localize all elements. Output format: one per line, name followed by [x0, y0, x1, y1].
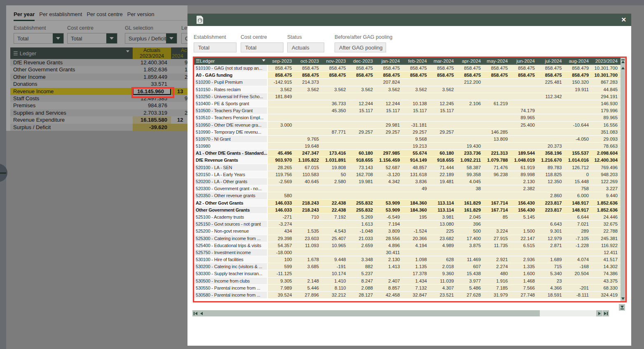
cell: 11.093 — [295, 242, 322, 249]
cell: 61.919 — [511, 164, 538, 171]
row-label: 530580 - Parental income from ... — [194, 292, 268, 299]
table-row[interactable]: 510200 - Pupil Premium-142.915214.373207… — [194, 79, 621, 86]
cell — [457, 136, 484, 143]
scroll-bottom-button[interactable] — [619, 304, 625, 311]
cell — [430, 143, 457, 150]
table-row[interactable]: 520200 - LA - Other grants-2.56940.6452.… — [194, 178, 621, 185]
table-row[interactable]: 510510 - Teachers Pension Empl...89.9658… — [194, 114, 621, 121]
vertical-scrollbar[interactable] — [621, 58, 625, 301]
close-icon[interactable]: ✕ — [621, 16, 626, 24]
table-row[interactable]: A1 - Other DfE Grants - Standard...45.49… — [194, 150, 621, 157]
cell — [538, 107, 565, 114]
table-row[interactable]: 530300 - Supply teacher insuran...-11.12… — [194, 270, 621, 277]
column-header-feb-2024: feb-2024 — [403, 58, 430, 65]
cell: -1.048 — [349, 228, 376, 235]
horizontal-scroll-thumb[interactable] — [192, 310, 540, 316]
table-row[interactable]: 520300 - Government grant - no...49382.3… — [194, 185, 621, 192]
scroll-far-left-button[interactable] — [194, 310, 197, 316]
row-label: 530300 - Supply teacher insuran... — [194, 270, 268, 277]
cell: 599 — [268, 263, 295, 270]
table-row[interactable]: 520350 - Other revenue grants5802.8606.0… — [194, 192, 621, 199]
table-row[interactable]: A0 - GAG funding858.475858.475858.475858… — [194, 72, 621, 79]
horizontal-scrollbar[interactable] — [192, 310, 609, 316]
table-row[interactable]: 530200 - Catering inc (visitors & ...599… — [194, 263, 621, 270]
cell: 4.194 — [403, 242, 430, 249]
table-row[interactable]: DfE Revenue Grants903.9701.105.8221.031.… — [194, 157, 621, 164]
table-row[interactable]: 510970 - NI Grant9.7659.56813.809-4.0502… — [194, 136, 621, 143]
cell: 1.613 — [349, 221, 376, 228]
cell: 218.243 — [295, 207, 322, 214]
scroll-down-button[interactable] — [621, 296, 625, 301]
cell — [457, 122, 484, 129]
row-label: 510400 - PE & Sports grant — [194, 100, 268, 107]
cell — [538, 86, 565, 93]
table-row[interactable]: 510250 - Universal Inf Free Scho...181.8… — [194, 93, 621, 100]
cell: 858.475 — [430, 65, 457, 72]
table-row[interactable]: Other Government Grants146.033218.24322.… — [194, 207, 621, 214]
cell — [430, 79, 457, 86]
filter-value-box[interactable]: Total — [241, 42, 283, 52]
export-icon[interactable] — [197, 16, 203, 24]
table-row[interactable]: 520150 - LA - Early Years119.756110.5835… — [194, 171, 621, 178]
table-row[interactable]: 525750 - Investment income-18.00030.4111… — [194, 249, 621, 256]
chevron-down-icon[interactable] — [262, 59, 265, 61]
vertical-scroll-track[interactable] — [621, 71, 625, 296]
table-row[interactable]: 51098019.64819.21319.43020.37378.663 — [194, 143, 621, 150]
scroll-up-button[interactable] — [621, 65, 625, 71]
filter-value-box[interactable]: Actuals — [287, 42, 324, 52]
table-row[interactable]: 520100 - LA - SEN28.26567.01519.80873.14… — [194, 164, 621, 171]
cell: 113.114 — [430, 207, 457, 214]
cell: 294.191 — [592, 93, 621, 100]
cell — [484, 79, 511, 86]
table-row[interactable]: A2 - Other Govt Grants146.033218.24322.4… — [194, 200, 621, 207]
cell: 858.475 — [511, 65, 538, 72]
cell: 11.039 — [430, 278, 457, 285]
cell: 2.274 — [484, 263, 511, 270]
table-row[interactable]: 510990 - Temporary DfE revenu...87.77129… — [194, 129, 621, 136]
cell: 324.419 — [592, 292, 621, 299]
cell: 858.475 — [538, 72, 565, 79]
scroll-left-button[interactable] — [200, 310, 203, 316]
cell: 3.981 — [430, 214, 457, 221]
cell: 2.936 — [511, 256, 538, 263]
table-row[interactable]: 510100 - GAG (not stud supp an...858.475… — [194, 65, 621, 72]
scroll-top-button[interactable] — [621, 58, 625, 65]
cell — [295, 185, 322, 192]
table-row[interactable]: 525100 - Academy trusts-2717107.1925.269… — [194, 214, 621, 221]
scroll-far-right-button[interactable] — [603, 310, 609, 316]
cell — [268, 107, 295, 114]
table-row[interactable]: 525300 - Catering income from ...29.3982… — [194, 235, 621, 242]
cell — [484, 178, 511, 185]
cell: 195 — [403, 214, 430, 221]
cell: 13.080 — [430, 221, 457, 228]
cell: 148.917 — [565, 207, 592, 214]
cell — [457, 107, 484, 114]
cell: 1.689 — [538, 256, 565, 263]
filter-label: Cost centre — [241, 34, 283, 40]
table-row[interactable]: 525150 - Govt sources - not grant-3.2741… — [194, 221, 621, 228]
cell — [538, 122, 565, 129]
table-row[interactable]: 510150 - Rates reclaim3.5623.5623.5623.5… — [194, 86, 621, 93]
table-row[interactable]: 510400 - PE & Sports grant36.73312.24412… — [194, 100, 621, 107]
table-row[interactable]: 530100 - Hire of facilities1001.6789.448… — [194, 256, 621, 263]
scroll-right-button[interactable] — [596, 310, 602, 316]
cell: 3.227 — [592, 185, 621, 192]
table-row[interactable]: 510500 - Teachers Pay Grant45.35015.1171… — [194, 107, 621, 114]
cell: -18.000 — [268, 249, 295, 256]
table-row[interactable]: 530580 - Parental income from ...39.5242… — [194, 292, 621, 299]
table-row[interactable]: 530550 - Parental income from ...7.9895.… — [194, 285, 621, 292]
cell — [376, 136, 403, 143]
cell: 16.556 — [592, 122, 621, 129]
filter-value-box[interactable]: After GAG pooling — [335, 42, 386, 52]
column-header-oct-2023: oct-2023 — [295, 58, 322, 65]
row-label: 525400 - Educational trips & visits — [194, 242, 268, 249]
filter-value-box[interactable]: Total — [194, 42, 237, 52]
ledger-column-header[interactable]: ☰Ledger — [194, 58, 268, 65]
table-row[interactable]: 530500 - Income from clubs9.3052.1481.41… — [194, 278, 621, 285]
cell — [322, 79, 349, 86]
table-row[interactable]: 525400 - Educational trips & visits54.35… — [194, 242, 621, 249]
table-row[interactable]: 510950 - Other DfE revenue gra...3.00029… — [194, 122, 621, 129]
table-row[interactable]: 525200 - Non-govt revenue4341.5354.543-1… — [194, 228, 621, 235]
cell — [322, 192, 349, 199]
monthly-table-body: 510100 - GAG (not stud supp an...858.475… — [194, 65, 621, 299]
